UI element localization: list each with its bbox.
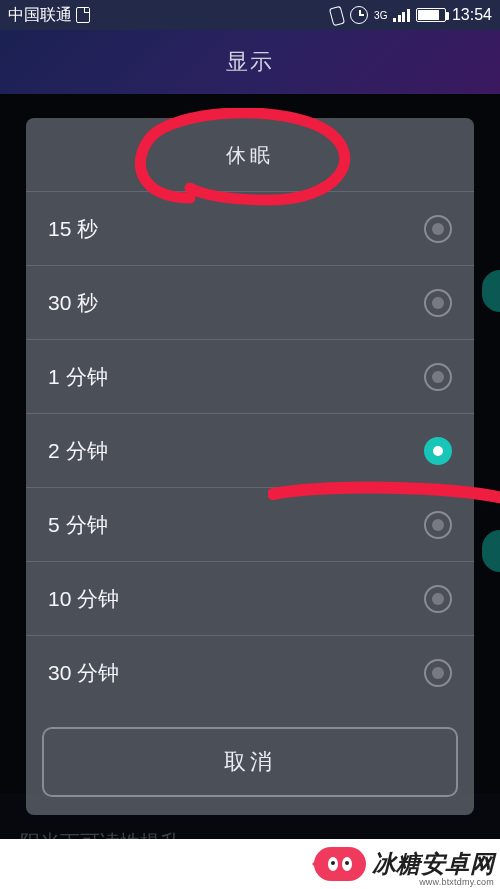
option-label: 1 分钟 [48, 363, 108, 391]
radio-icon [424, 511, 452, 539]
option-label: 30 分钟 [48, 659, 119, 687]
radio-icon [424, 215, 452, 243]
watermark-logo-icon [314, 847, 366, 881]
status-left: 中国联通 [8, 5, 90, 26]
option-30m[interactable]: 30 分钟 [26, 635, 474, 709]
option-10m[interactable]: 10 分钟 [26, 561, 474, 635]
option-30s[interactable]: 30 秒 [26, 265, 474, 339]
option-label: 2 分钟 [48, 437, 108, 465]
sleep-timeout-dialog: 休眠 15 秒 30 秒 1 分钟 2 分钟 5 分钟 10 分钟 30 分钟 … [26, 118, 474, 815]
option-label: 15 秒 [48, 215, 98, 243]
radio-icon [424, 659, 452, 687]
carrier-label: 中国联通 [8, 5, 72, 26]
dialog-title: 休眠 [26, 118, 474, 191]
battery-icon [416, 8, 446, 22]
option-1m[interactable]: 1 分钟 [26, 339, 474, 413]
radio-icon [424, 363, 452, 391]
network-indicator: 3G [374, 11, 387, 20]
watermark: 冰糖安卓网 www.btxtdmy.com [0, 839, 500, 889]
sim-icon [76, 7, 90, 23]
status-bar: 中国联通 3G 13:54 [0, 0, 500, 30]
option-2m[interactable]: 2 分钟 [26, 413, 474, 487]
option-label: 5 分钟 [48, 511, 108, 539]
status-right: 3G 13:54 [328, 5, 492, 25]
cancel-button[interactable]: 取消 [42, 727, 458, 797]
radio-icon [424, 289, 452, 317]
signal-icon [393, 8, 410, 22]
option-label: 30 秒 [48, 289, 98, 317]
vibrate-icon [328, 5, 344, 25]
option-label: 10 分钟 [48, 585, 119, 613]
page-header: 显示 [0, 30, 500, 94]
watermark-url: www.btxtdmy.com [419, 877, 494, 887]
option-15s[interactable]: 15 秒 [26, 191, 474, 265]
alarm-icon [350, 6, 368, 24]
radio-icon [424, 585, 452, 613]
radio-icon [424, 437, 452, 465]
clock: 13:54 [452, 6, 492, 24]
page-title: 显示 [226, 47, 274, 77]
option-5m[interactable]: 5 分钟 [26, 487, 474, 561]
watermark-brand: 冰糖安卓网 [372, 848, 495, 880]
